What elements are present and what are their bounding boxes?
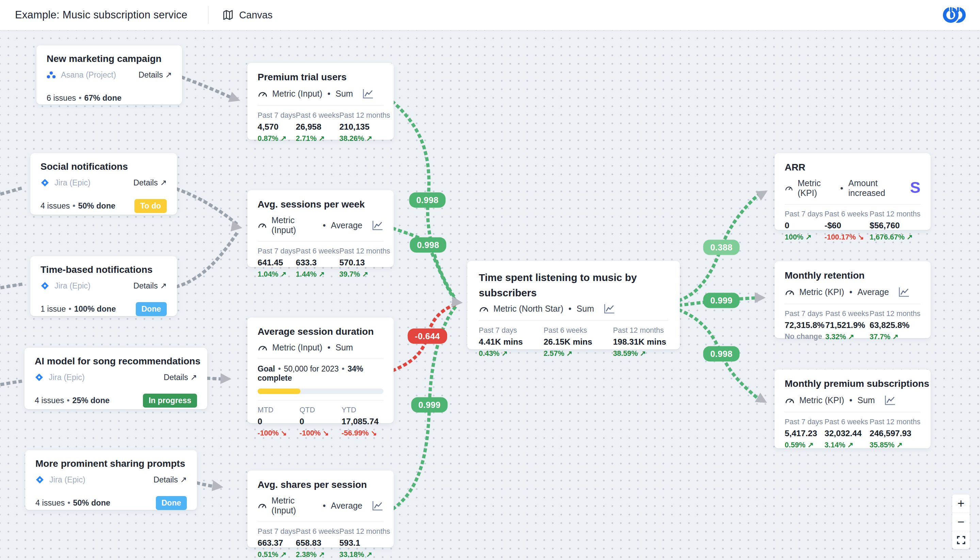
stat-ytd: YTD17,085.74-56.99% ↘ bbox=[342, 406, 383, 438]
goal-progress-bar bbox=[258, 388, 383, 394]
edge-marketing-to-premium bbox=[183, 78, 234, 99]
edge-timebased-to-sessions bbox=[177, 232, 238, 287]
details-link[interactable]: Details ↗ bbox=[153, 475, 187, 485]
correlation-badge[interactable]: 0.999 bbox=[703, 293, 740, 308]
stat-past-12-months: Past 12 months593.133.18% ↗ bbox=[339, 527, 390, 559]
correlation-badge[interactable]: 0.998 bbox=[703, 346, 740, 362]
metric-card-premium-trial-users[interactable]: Premium trial users Metric (Input) • Sum… bbox=[247, 63, 394, 140]
separator-dot: • bbox=[840, 183, 843, 193]
issues-summary: 4 issues•50% done bbox=[40, 202, 115, 211]
separator-dot: • bbox=[323, 220, 326, 230]
project-card-ai-model[interactable]: AI model for song recommendations Jira (… bbox=[25, 348, 207, 409]
stat-mtd: MTD0-100% ↘ bbox=[258, 406, 300, 438]
arrowhead bbox=[228, 92, 242, 106]
gauge-icon bbox=[785, 184, 793, 193]
issues-summary: 1 issue•100% done bbox=[40, 305, 116, 314]
arrowhead bbox=[220, 373, 232, 385]
project-card-new-marketing-campaign[interactable]: New marketing campaign Asana (Project) D… bbox=[37, 45, 182, 105]
metric-card-monthly-premium-subscriptions[interactable]: Monthly premium subscriptions Metric (KP… bbox=[775, 370, 931, 448]
jira-icon bbox=[40, 178, 49, 187]
status-badge: Done bbox=[136, 302, 167, 316]
correlation-badge[interactable]: -0.644 bbox=[408, 328, 447, 344]
chart-icon[interactable] bbox=[371, 220, 383, 231]
separator-dot: • bbox=[568, 304, 572, 314]
status-badge: To do bbox=[134, 199, 167, 213]
details-link[interactable]: Details ↗ bbox=[133, 281, 167, 290]
metric-type: Metric (KPI) bbox=[799, 395, 844, 405]
details-link[interactable]: Details ↗ bbox=[164, 373, 197, 382]
issues-summary: 4 issues•50% done bbox=[35, 498, 110, 508]
chart-icon[interactable] bbox=[897, 287, 910, 298]
source-label: Jira (Epic) bbox=[55, 282, 90, 290]
separator-dot: • bbox=[849, 395, 852, 405]
stat-past-6-weeks: Past 6 weeks-$60-100.17% ↘ bbox=[825, 210, 868, 242]
chart-icon[interactable] bbox=[603, 303, 615, 314]
source-label: Jira (Epic) bbox=[49, 475, 85, 485]
stat-past-6-weeks: Past 6 weeks32,032.443.14% ↗ bbox=[825, 418, 868, 450]
stat-past-12-months: Past 12 months246,597.9335.85% ↗ bbox=[870, 418, 920, 450]
jira-icon bbox=[40, 282, 49, 290]
metric-title: Avg. sessions per week bbox=[258, 199, 383, 210]
chart-icon[interactable] bbox=[362, 88, 374, 99]
asana-icon bbox=[47, 71, 56, 79]
stat-past-7-days: Past 7 days663.370.51% ↗ bbox=[258, 527, 296, 559]
fullscreen-button[interactable] bbox=[952, 531, 970, 549]
canvas-stage[interactable]: Example: Music subscription service Canv… bbox=[0, 0, 980, 560]
correlation-badge[interactable]: 0.388 bbox=[703, 240, 740, 255]
metric-card-north-star-time-spent-listening[interactable]: Time spent listening to music by subscri… bbox=[467, 261, 680, 349]
stat-past-12-months: Past 12 months570.1339.7% ↗ bbox=[339, 247, 390, 278]
metric-card-average-session-duration[interactable]: Average session duration Metric (Input) … bbox=[247, 317, 394, 423]
metric-card-arr[interactable]: ARR Metric (KPI) • Amount increased S Pa… bbox=[775, 153, 931, 230]
goal-progress-fill bbox=[258, 388, 300, 394]
zoom-out-button[interactable]: − bbox=[952, 513, 970, 531]
metric-aggregation: Average bbox=[858, 287, 889, 297]
details-link[interactable]: Details ↗ bbox=[138, 70, 172, 80]
zoom-in-button[interactable]: + bbox=[952, 494, 970, 513]
project-title: Social notifications bbox=[40, 161, 167, 172]
metric-aggregation: Sum bbox=[858, 395, 875, 405]
issues-summary: 4 issues•25% done bbox=[35, 396, 110, 405]
metric-aggregation: Average bbox=[331, 220, 362, 230]
correlation-badge[interactable]: 0.998 bbox=[410, 237, 446, 253]
metric-card-avg-shares-per-session[interactable]: Avg. shares per session Metric (Input) •… bbox=[247, 470, 394, 547]
doubleloop-logo-icon bbox=[940, 5, 968, 25]
canvas-tab[interactable]: Canvas bbox=[222, 9, 273, 21]
details-link[interactable]: Details ↗ bbox=[133, 178, 167, 187]
metric-title: Monthly retention bbox=[785, 270, 920, 281]
project-card-time-based-notifications[interactable]: Time-based notifications Jira (Epic) Det… bbox=[30, 256, 177, 316]
metric-aggregation: Sum bbox=[335, 343, 353, 352]
separator-dot: • bbox=[327, 89, 330, 99]
project-card-sharing-prompts[interactable]: More prominent sharing prompts Jira (Epi… bbox=[25, 450, 197, 510]
separator-dot: • bbox=[323, 501, 326, 511]
fullscreen-icon bbox=[957, 535, 966, 545]
stat-past-7-days: Past 7 days641.451.04% ↗ bbox=[258, 247, 296, 278]
chart-icon[interactable] bbox=[371, 500, 383, 512]
map-icon bbox=[222, 9, 234, 21]
stat-past-6-weeks: Past 6 weeks26,9582.71% ↗ bbox=[296, 111, 339, 143]
top-bar: Example: Music subscription service Canv… bbox=[0, 0, 980, 30]
stat-past-6-weeks: Past 6 weeks658.832.38% ↗ bbox=[296, 527, 339, 559]
metric-aggregation: Sum bbox=[335, 89, 353, 99]
gauge-icon bbox=[785, 288, 795, 297]
correlation-badge[interactable]: 0.998 bbox=[409, 193, 445, 208]
metric-card-avg-sessions-per-week[interactable]: Avg. sessions per week Metric (Input) • … bbox=[247, 190, 394, 267]
edge-offscreen-to-aimodel bbox=[0, 382, 20, 385]
metric-card-monthly-retention[interactable]: Monthly retention Metric (KPI) • Average… bbox=[775, 261, 931, 338]
project-card-social-notifications[interactable]: Social notifications Jira (Epic) Details… bbox=[30, 153, 177, 215]
status-badge: In progress bbox=[143, 393, 197, 408]
metric-title: Average session duration bbox=[258, 326, 383, 337]
metric-aggregation: Amount increased bbox=[848, 178, 905, 198]
app-logo[interactable] bbox=[940, 5, 968, 25]
correlation-badge[interactable]: 0.999 bbox=[411, 397, 447, 413]
metric-type: Metric (KPI) bbox=[798, 178, 835, 198]
stat-past-7-days: Past 7 days5,417.230.59% ↗ bbox=[785, 418, 823, 450]
chart-icon[interactable] bbox=[883, 395, 896, 406]
edge-social-to-sessions bbox=[177, 189, 238, 225]
project-title: AI model for song recommendations bbox=[35, 356, 197, 367]
stat-past-6-weeks: Past 6 weeks633.31.44% ↗ bbox=[296, 247, 339, 278]
stat-qtd: QTD0-100% ↘ bbox=[300, 406, 341, 438]
metric-type: Metric (Input) bbox=[272, 215, 318, 235]
gauge-icon bbox=[258, 90, 268, 98]
arrowhead bbox=[452, 296, 463, 308]
canvas-controls: + − bbox=[952, 494, 970, 549]
